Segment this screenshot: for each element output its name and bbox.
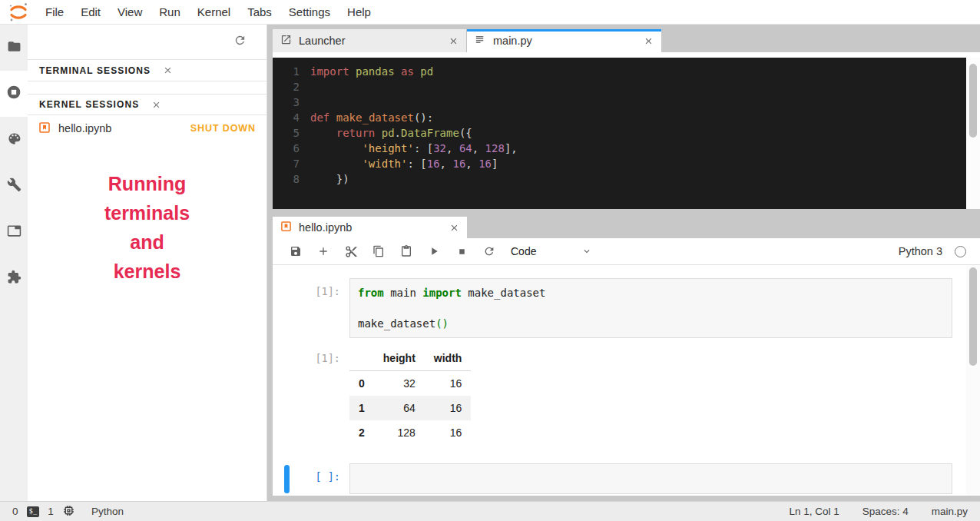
table-column-header: height <box>374 347 425 371</box>
cell-input-prompt: [1]: <box>273 278 349 338</box>
close-launcher-tab-button[interactable] <box>449 36 459 46</box>
code-lines[interactable]: 1import pandas as pd2 3 4def make_datase… <box>273 58 966 209</box>
extensions-tab[interactable] <box>0 255 28 301</box>
running-sessions-panel: TERMINAL SESSIONS KERNEL SESSIONS hello.… <box>28 25 267 501</box>
cell-type-dropdown[interactable]: Code <box>508 245 595 257</box>
editor-scrollbar <box>966 58 980 209</box>
cell-code[interactable]: from main import make_dataset make_datas… <box>349 278 952 338</box>
table-row: 16416 <box>349 396 471 420</box>
code-line: 2 <box>273 79 966 95</box>
indent-setting[interactable]: Spaces: 4 <box>862 506 909 517</box>
kernel-session-row[interactable]: hello.ipynb SHUT DOWN <box>28 115 267 141</box>
cell-output-prompt: [1]: <box>273 347 349 445</box>
code-editor-panel: 1import pandas as pd2 3 4def make_datase… <box>273 52 980 209</box>
kernel-sessions-header: KERNEL SESSIONS <box>28 94 267 115</box>
tab-hello-ipynb[interactable]: hello.ipynb <box>273 217 467 238</box>
empty-code-cell[interactable]: [ ]: <box>273 463 952 494</box>
active-cell-indicator[interactable] <box>284 465 290 493</box>
close-mainpy-tab-button[interactable] <box>644 36 654 46</box>
notebook-icon <box>280 221 292 234</box>
notebook-scrollbar-thumb[interactable] <box>969 267 977 366</box>
dataframe-body: 0321616416212816 <box>349 371 471 446</box>
tab-mainpy-label: main.py <box>493 35 532 47</box>
restart-kernel-button[interactable] <box>475 245 503 257</box>
main-dock: Launcher main.py 1import pan <box>267 25 980 501</box>
save-icon <box>290 245 302 257</box>
code-line: 3 <box>273 95 966 110</box>
stop-icon <box>457 247 467 257</box>
notebook-tab-bar: hello.ipynb <box>273 217 980 238</box>
jupyterlab-window: FileEditViewRunKernelTabsSettingsHelp <box>0 0 980 521</box>
close-terminal-sessions-button[interactable] <box>163 65 173 75</box>
notebook-scrollbar <box>966 265 980 496</box>
menu-kernel[interactable]: Kernel <box>189 5 239 18</box>
menu-run[interactable]: Run <box>151 5 189 18</box>
kernel-count: 1 <box>48 506 54 517</box>
output-area: [1]: heightwidth 0321616416212816 <box>273 347 952 445</box>
menu-settings[interactable]: Settings <box>280 5 339 18</box>
table-row: 212816 <box>349 420 471 445</box>
chevron-down-icon <box>581 246 592 257</box>
cursor-position[interactable]: Ln 1, Col 1 <box>789 506 839 517</box>
dataframe-header: heightwidth <box>349 347 471 371</box>
folder-icon <box>7 39 22 57</box>
copy-cells-button[interactable] <box>365 245 392 257</box>
save-button[interactable] <box>282 245 310 257</box>
table-row: 03216 <box>349 371 471 397</box>
clipboard-icon <box>400 245 412 257</box>
cell-type-value: Code <box>511 245 536 257</box>
code-line: 4def make_dataset(): <box>273 110 966 125</box>
editor-scrollbar-thumb[interactable] <box>969 64 977 138</box>
dataframe-table: heightwidth 0321616416212816 <box>349 347 471 445</box>
menu-view[interactable]: View <box>109 5 151 18</box>
empty-cell-input[interactable] <box>349 463 952 494</box>
table-column-header: width <box>425 347 472 371</box>
kernel-language[interactable]: Python <box>91 506 124 517</box>
sessions-status[interactable]: 0 $_ 1 Python <box>12 504 124 519</box>
terminal-sessions-title: TERMINAL SESSIONS <box>39 65 151 76</box>
inspector-tab[interactable] <box>0 163 28 209</box>
plus-icon <box>317 245 329 257</box>
notebook-content: [1]: from main import make_dataset make_… <box>273 265 980 496</box>
terminal-icon: $_ <box>27 506 40 517</box>
open-tabs-tab[interactable] <box>0 209 28 255</box>
code-cell[interactable]: [1]: from main import make_dataset make_… <box>273 278 952 338</box>
kernel-name: Python 3 <box>899 245 942 257</box>
cut-cells-button[interactable] <box>337 245 365 258</box>
shutdown-button[interactable]: SHUT DOWN <box>190 123 256 134</box>
refresh-icon <box>483 245 495 257</box>
jupyter-logo <box>0 2 37 23</box>
commands-tab[interactable] <box>0 117 28 163</box>
menu-tabs[interactable]: Tabs <box>239 5 280 18</box>
table-corner-cell <box>349 347 374 371</box>
menu-file[interactable]: File <box>37 5 72 18</box>
close-kernel-sessions-button[interactable] <box>151 100 161 110</box>
activity-sidebar <box>0 25 28 501</box>
kernel-indicator[interactable]: Python 3 <box>899 245 980 257</box>
close-notebook-tab-button[interactable] <box>449 223 459 233</box>
tab-hello-ipynb-label: hello.ipynb <box>299 221 352 234</box>
text-file-icon <box>475 34 486 48</box>
kernel-sessions-title: KERNEL SESSIONS <box>39 99 139 110</box>
menu-edit[interactable]: Edit <box>72 5 109 18</box>
run-cell-button[interactable] <box>420 245 448 257</box>
paste-cells-button[interactable] <box>392 245 420 257</box>
refresh-sessions-button[interactable] <box>233 34 247 50</box>
menubar-items: FileEditViewRunKernelTabsSettingsHelp <box>37 5 379 18</box>
menu-help[interactable]: Help <box>339 5 379 18</box>
running-sessions-tab[interactable] <box>0 71 28 117</box>
interrupt-kernel-button[interactable] <box>448 247 475 257</box>
scissors-icon <box>345 245 358 258</box>
tab-mainpy[interactable]: main.py <box>467 29 661 52</box>
code-line: 6 'height': [32, 64, 128], <box>273 141 966 156</box>
files-tab[interactable] <box>0 25 28 71</box>
running-sessions-icon <box>6 85 22 103</box>
add-cell-button[interactable] <box>310 245 337 257</box>
tab-launcher[interactable]: Launcher <box>273 29 467 52</box>
active-file-name: main.py <box>932 506 968 517</box>
annotation-text: Running terminals and kernels <box>28 169 267 286</box>
notebook-icon <box>38 121 51 136</box>
launcher-icon <box>280 34 292 48</box>
palette-icon <box>7 131 22 149</box>
kernel-chip-icon <box>62 504 75 519</box>
